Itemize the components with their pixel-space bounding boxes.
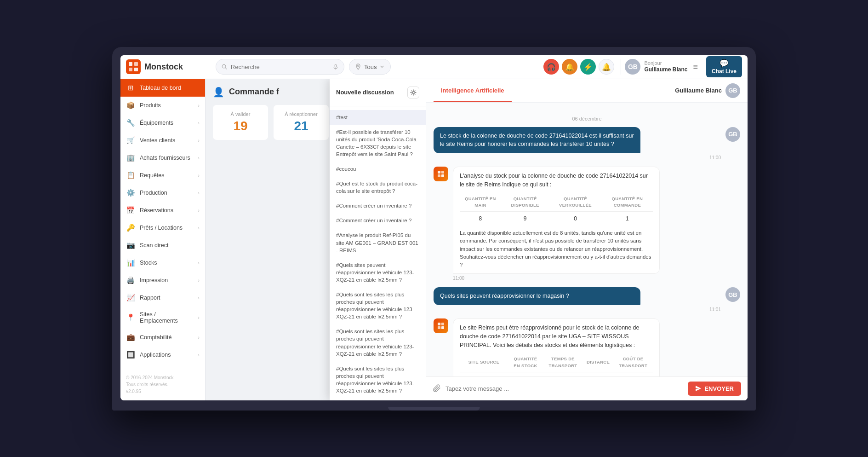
table-header: QUANTITÉ EN COMMANDE xyxy=(602,193,653,212)
copyright-text: © 2016-2024 Monstock xyxy=(126,374,200,381)
sidebar-footer: © 2016-2024 Monstock Tous droits réservé… xyxy=(120,369,205,400)
menu-button[interactable]: ≡ xyxy=(693,62,698,72)
ai-message-intro: Le site Reims peut être réapprovisionné … xyxy=(460,324,653,349)
ai-user-avatar: GB xyxy=(725,83,740,98)
ai-convo-item[interactable]: #Comment créer un inventaire ? xyxy=(330,213,426,228)
notification-btn-orange[interactable]: 🔔 xyxy=(562,59,577,75)
tableau-de-bord-icon: ⊞ xyxy=(126,84,135,92)
table-header: QUANTITÉ EN STOCK xyxy=(508,353,543,372)
chevron-right-icon: › xyxy=(198,315,200,320)
equipements-icon: 🔧 xyxy=(126,119,135,127)
chevron-right-icon: › xyxy=(198,173,200,178)
ai-convo-item[interactable]: #Est-il possible de transférer 10 unités… xyxy=(330,125,426,162)
rights-text: Tous droits réservés. xyxy=(126,381,200,388)
sidebar-item-stocks[interactable]: 📊 Stocks › xyxy=(120,254,205,272)
message-bubble-ai: Le site Reims peut être réapprovisionné … xyxy=(453,318,660,376)
ai-convo-item[interactable]: #Quels sites peuvent réapprovisionner le… xyxy=(330,258,426,287)
message-row-user-1: Le stock de la colonne de douche de code… xyxy=(434,127,740,161)
chevron-right-icon: › xyxy=(198,103,200,108)
chevron-right-icon: › xyxy=(198,208,200,213)
table-header: TEMPS DE TRANSPORT xyxy=(543,353,583,372)
settings-icon xyxy=(410,89,417,96)
ai-new-discussion-area: Nouvelle discussion xyxy=(330,79,426,106)
sidebar-item-sites-emplacements[interactable]: 📍 Sites / Emplacements › xyxy=(120,307,205,329)
sidebar-item-ventes-clients[interactable]: 🛒 Ventes clients › xyxy=(120,132,205,149)
tab-intelligence-artificielle[interactable]: Intelligence Artificielle xyxy=(434,80,512,102)
sidebar-item-produits[interactable]: 📦 Produits › xyxy=(120,97,205,114)
ai-convo-item[interactable]: #Analyse le produit Ref-PI05 du site AM … xyxy=(330,228,426,257)
svg-rect-17 xyxy=(438,326,440,329)
table-header: DISTANCE xyxy=(583,353,613,372)
production-icon: ⚙️ xyxy=(126,189,135,197)
location-value: Tous xyxy=(364,64,377,70)
sidebar-item-production[interactable]: ⚙️ Production › xyxy=(120,184,205,202)
send-button[interactable]: ENVOYER xyxy=(688,382,741,396)
microphone-icon xyxy=(333,64,338,70)
chevron-right-icon: › xyxy=(198,278,200,283)
sidebar-item-equipements[interactable]: 🔧 Équipements › xyxy=(120,114,205,132)
svg-line-6 xyxy=(225,68,227,69)
sidebar-item-tableau-de-bord[interactable]: ⊞ Tableau de bord xyxy=(120,79,205,97)
ai-message-text: La quantité disponible actuellement est … xyxy=(460,229,653,269)
sidebar-item-requetes[interactable]: 📋 Requêtes › xyxy=(120,167,205,184)
notification-btn-bell[interactable]: 🔔 xyxy=(599,59,614,75)
page-title: Commande f xyxy=(229,87,279,97)
table-cell: 1 xyxy=(602,212,653,226)
scan-icon: 📷 xyxy=(126,241,135,249)
chat-input-area: ENVOYER xyxy=(426,376,748,400)
table-row: UGA – SITE WISSOUS PRINCIPAL 19 170 min … xyxy=(460,372,653,376)
svg-rect-18 xyxy=(441,326,444,329)
svg-rect-7 xyxy=(335,64,336,67)
top-navigation: Monstock xyxy=(120,55,748,79)
ai-conversation-list: #test #Est-il possible de transférer 10 … xyxy=(330,106,426,400)
search-icon xyxy=(222,64,227,70)
stat-label: À réceptionner xyxy=(283,111,320,117)
sidebar-label: Ventes clients xyxy=(140,137,193,144)
location-select[interactable]: Tous xyxy=(349,59,391,75)
sidebar-item-rapport[interactable]: 📈 Rapport › xyxy=(120,289,205,307)
attachment-icon[interactable] xyxy=(433,384,441,393)
ai-message-intro: L'analyse du stock pour la colonne de do… xyxy=(460,172,653,189)
sidebar-item-applications[interactable]: 🔲 Applications › xyxy=(120,346,205,364)
notification-btn-red[interactable]: 🎧 xyxy=(543,59,559,75)
sidebar-item-scan-direct[interactable]: 📷 Scan direct xyxy=(120,237,205,254)
sidebar-item-comptabilite[interactable]: 💼 Comptabilité › xyxy=(120,329,205,346)
sidebar-label: Rapport xyxy=(140,295,193,301)
chat-live-button[interactable]: 💬 Chat Live xyxy=(706,56,742,77)
comptabilite-icon: 💼 xyxy=(126,333,135,341)
table-cell: 0 xyxy=(549,212,601,226)
chat-messages[interactable]: 06 décembre Le stock de la colonne de do… xyxy=(426,103,748,376)
message-bubble-user: Le stock de la colonne de douche de code… xyxy=(434,127,640,154)
sidebar-label: Prêts / Locations xyxy=(140,225,193,231)
table-cell: UGA – SITE WISSOUS PRINCIPAL xyxy=(460,372,508,376)
search-input[interactable] xyxy=(231,64,329,70)
sidebar-item-achats-fournisseurs[interactable]: 🏢 Achats fournisseurs › xyxy=(120,149,205,167)
svg-rect-14 xyxy=(441,174,444,177)
logo-text: Monstock xyxy=(144,62,183,72)
ai-convo-item[interactable]: #Quels sont les sites les plus proches q… xyxy=(330,324,426,361)
ai-convo-item[interactable]: #Comment créer un inventaire ? xyxy=(330,198,426,213)
new-discussion-button[interactable] xyxy=(407,87,419,98)
ai-convo-item[interactable]: #coucou xyxy=(330,162,426,176)
sidebar-item-prets-locations[interactable]: 🔑 Prêts / Locations › xyxy=(120,219,205,237)
chat-input[interactable] xyxy=(445,385,683,392)
sidebar-label: Équipements xyxy=(140,120,193,126)
ai-convo-item[interactable]: #Quel est le stock du produit coca-cola … xyxy=(330,176,426,198)
sidebar-item-reservations[interactable]: 📅 Réservations › xyxy=(120,202,205,219)
chevron-down-icon xyxy=(379,64,385,69)
svg-rect-11 xyxy=(438,171,440,174)
ai-convo-item[interactable]: #Quels sont les sites les plus proches q… xyxy=(330,287,426,324)
ai-sidebar: Nouvelle discussion xyxy=(330,79,426,400)
message-time: 11:01 xyxy=(434,307,721,312)
ai-convo-item[interactable]: #Quels sont les sites les plus proches q… xyxy=(330,361,426,398)
search-bar[interactable] xyxy=(216,59,344,75)
table-cell: 280 km xyxy=(583,372,613,376)
sidebar-label: Stocks xyxy=(140,260,193,266)
ai-convo-item[interactable]: #test xyxy=(330,110,426,125)
notification-btn-teal[interactable]: ⚡ xyxy=(580,59,596,75)
monstock-logo-icon xyxy=(126,59,141,74)
svg-point-10 xyxy=(412,92,414,93)
ai-data-table-1: QUANTITÉ EN MAIN QUANTITÉ DISPONIBLE QUA… xyxy=(460,193,653,226)
sidebar-item-impression[interactable]: 🖨️ Impression › xyxy=(120,272,205,289)
chevron-right-icon: › xyxy=(198,138,200,143)
